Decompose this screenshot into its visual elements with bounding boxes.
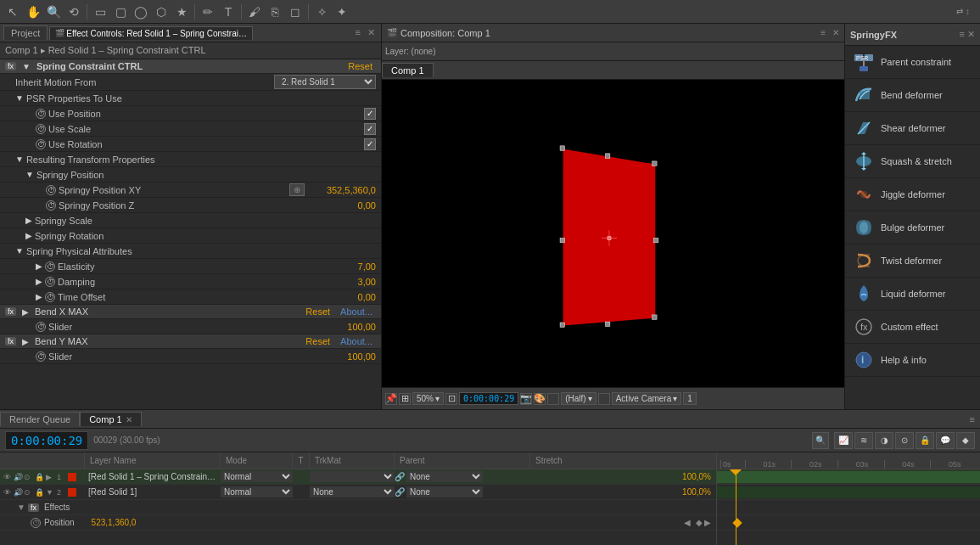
comp1-tab-close[interactable]: ✕ — [126, 415, 132, 424]
stopwatch-use-rot[interactable]: ⏱ — [36, 139, 46, 149]
layer-1-name[interactable]: [Red Solid 1 – Spring Constraint CTRL] — [85, 472, 221, 481]
tool-puppet[interactable]: ✦ — [333, 3, 351, 21]
resulting-row[interactable]: ▼ Resulting Transform Properties — [0, 152, 381, 167]
tool-pen[interactable]: ✏ — [199, 3, 217, 21]
tool-roto[interactable]: ⟡ — [312, 3, 331, 21]
lock-btn[interactable]: 🔒 — [916, 432, 934, 449]
tool-poly[interactable]: ⬡ — [152, 3, 171, 21]
solo-btn[interactable]: ⊙ — [895, 432, 914, 449]
springy-scale-row[interactable]: ▶ Springy Scale — [0, 213, 381, 228]
vis-icon-1[interactable]: 👁 — [2, 473, 12, 481]
audio-icon-2[interactable]: 🔊 — [13, 488, 23, 497]
audio-icon-1[interactable]: 🔊 — [13, 473, 23, 481]
tool-brush[interactable]: 🖌 — [245, 3, 264, 21]
viewer-close[interactable]: ✕ — [832, 28, 839, 37]
layer-2-mode-select[interactable]: Normal — [221, 486, 293, 497]
springy-pos-xy-value[interactable]: 352,5,360,0 — [308, 185, 376, 195]
bend-y-reset[interactable]: Reset — [302, 336, 333, 346]
tool-ellipse[interactable]: ◯ — [132, 3, 150, 21]
tool-rect[interactable]: ▭ — [91, 3, 109, 21]
psr-header-row[interactable]: ▼ PSR Properties To Use — [0, 91, 381, 106]
search-input[interactable]: 🔍 — [812, 432, 829, 449]
keyframe-btn[interactable]: ◆ — [956, 432, 975, 449]
tool-eraser[interactable]: ◻ — [286, 3, 305, 21]
use-scale-checkbox[interactable] — [364, 123, 376, 135]
timeline-menu[interactable]: ≡ — [965, 414, 980, 424]
vis-icon-2[interactable]: 👁 — [2, 488, 12, 497]
tool-clone[interactable]: ⎘ — [266, 3, 284, 21]
elasticity-value[interactable]: 7,00 — [308, 261, 376, 272]
keyframe-nav-right[interactable]: ▶ — [703, 518, 716, 527]
keyframe-diamond[interactable] — [732, 518, 742, 527]
transparency-btn[interactable] — [547, 393, 559, 405]
bend-x-reset[interactable]: Reset — [302, 306, 333, 317]
keyframe-add-btn[interactable]: ◆ — [696, 518, 703, 527]
springyfx-shear-deformer[interactable]: Shear deformer — [845, 112, 980, 145]
springyfx-bend-deformer[interactable]: Bend deformer — [845, 79, 980, 112]
parent-link-1[interactable]: 🔗 — [395, 472, 405, 481]
keyframe-nav-left[interactable]: ◀ — [684, 518, 696, 527]
quality-control[interactable]: (Half) ▾ — [561, 392, 596, 405]
stopwatch-elast[interactable]: ⏱ — [45, 261, 55, 272]
renderer-btn[interactable]: 1 — [683, 392, 697, 405]
timeline-timecode[interactable]: 0:00:00:29 — [5, 431, 88, 450]
bend-y-header[interactable]: fx ▶ Bend Y MAX Reset About... — [0, 334, 381, 349]
layer-1-mode-select[interactable]: Normal — [221, 471, 293, 482]
spring-phys-row[interactable]: ▼ Spring Physical Attributes — [0, 244, 381, 259]
bend-x-header[interactable]: fx ▶ Bend X MAX Reset About... — [0, 305, 381, 319]
use-rotation-checkbox[interactable] — [364, 138, 376, 150]
comp1-timeline-tab[interactable]: Comp 1 ✕ — [80, 412, 142, 426]
springyfx-jiggle-deformer[interactable]: Jiggle deformer — [845, 178, 980, 211]
springy-pos-z-value[interactable]: 0,00 — [308, 200, 376, 211]
layer-styles-btn[interactable]: ≋ — [854, 432, 873, 449]
bend-x-slider-value[interactable]: 100,00 — [308, 322, 376, 332]
grid-btn[interactable] — [598, 393, 610, 405]
layer-2-trkmat-select[interactable]: None — [310, 486, 395, 497]
render-queue-tab[interactable]: Render Queue — [0, 412, 80, 426]
collapse-icon-1[interactable]: ▶ — [46, 473, 56, 481]
damping-value[interactable]: 3,00 — [308, 277, 376, 287]
springyfx-twist-deformer[interactable]: Twist deformer — [845, 244, 980, 278]
spring-ctrl-reset[interactable]: Reset — [344, 61, 376, 71]
parent-link-2[interactable]: 🔗 — [395, 487, 405, 497]
stopwatch-bendy[interactable]: ⏱ — [36, 351, 46, 362]
springyfx-bulge-deformer[interactable]: Bulge deformer — [845, 211, 980, 244]
bend-y-slider-value[interactable]: 100,00 — [308, 351, 376, 362]
springyfx-squash-stretch[interactable]: Squash & stretch — [845, 145, 980, 178]
solo-icon-2[interactable]: ⊙ — [24, 488, 34, 497]
spring-ctrl-header[interactable]: fx ▼ Spring Constraint CTRL Reset — [0, 59, 381, 74]
stopwatch-use-pos[interactable]: ⏱ — [36, 109, 46, 119]
layer-1-parent-select[interactable]: None — [406, 471, 483, 482]
collapse-icon-2[interactable]: ▼ — [46, 488, 56, 497]
camera-btn[interactable]: 📷 — [520, 393, 532, 405]
tool-hand[interactable]: ✋ — [24, 3, 42, 21]
position-value[interactable]: 523,1,360,0 — [92, 518, 137, 527]
layer-2-name[interactable]: [Red Solid 1] — [85, 487, 221, 497]
graph-editor-btn[interactable]: 📈 — [834, 432, 853, 449]
stopwatch-damp[interactable]: ⏱ — [45, 277, 55, 287]
bend-y-about[interactable]: About... — [337, 336, 376, 346]
fit-btn[interactable]: ⊡ — [445, 393, 457, 405]
layer-1-trkmat-select[interactable] — [310, 471, 395, 482]
tool-rotate[interactable]: ⟲ — [64, 3, 83, 21]
stopwatch-spxy[interactable]: ⏱ — [46, 185, 56, 195]
lock-icon-1[interactable]: 🔒 — [35, 473, 45, 481]
tool-star[interactable]: ★ — [172, 3, 191, 21]
motion-blur-btn[interactable]: ◑ — [875, 432, 893, 449]
panel-close-btn[interactable]: ✕ — [365, 27, 378, 38]
tool-zoom[interactable]: 🔍 — [44, 3, 63, 21]
springy-position-row[interactable]: ▼ Springy Position — [0, 167, 381, 183]
springyfx-help-info[interactable]: i Help & info — [845, 344, 980, 377]
tool-text[interactable]: T — [219, 3, 238, 21]
viewer-menu[interactable]: ≡ — [820, 28, 826, 37]
stopwatch-use-scale[interactable]: ⏱ — [36, 124, 46, 134]
stopwatch-spz[interactable]: ⏱ — [46, 200, 56, 211]
stopwatch-bendx[interactable]: ⏱ — [36, 322, 46, 332]
layer-2-parent-select[interactable]: None — [406, 486, 483, 497]
ruler[interactable]: 0s 01s 02s 03s 04s 05s — [717, 452, 980, 469]
camera-control[interactable]: Active Camera ▾ — [612, 392, 682, 405]
viewer-btn2[interactable]: ⊞ — [399, 393, 411, 405]
time-offset-value[interactable]: 0,00 — [308, 292, 376, 302]
stopwatch-position[interactable]: ⏱ — [31, 518, 41, 528]
comment-btn[interactable]: 💬 — [936, 432, 955, 449]
